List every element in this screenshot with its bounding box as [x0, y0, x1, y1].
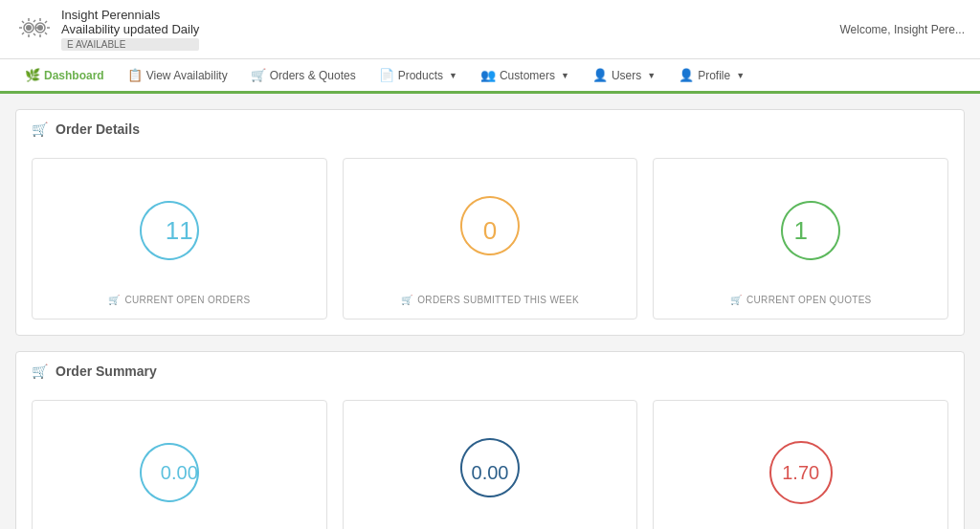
svg-line-12	[45, 33, 47, 34]
nav-item-customers[interactable]: 👥 Customers ▼	[471, 62, 579, 88]
dashboard-icon: 🌿	[25, 68, 40, 82]
nav-item-orders-quotes[interactable]: 🛒 Orders & Quotes	[241, 62, 366, 88]
welcome-text: Welcome, Insight Pere...	[840, 23, 966, 36]
profile-dropdown-arrow: ▼	[736, 71, 745, 80]
nav-item-dashboard[interactable]: 🌿 Dashboard	[15, 62, 114, 88]
nav-label-availability: View Availability	[146, 69, 228, 82]
open-orders-label: 🛒 CURRENT OPEN ORDERS	[108, 295, 250, 305]
stat-total-order-week[interactable]: 0.00 🛒 TOTAL ORDER $ THIS WEEK	[32, 400, 327, 529]
orders-icon: 🛒	[251, 68, 266, 82]
total-month-value: 0.00	[472, 462, 509, 484]
nav: 🌿 Dashboard 📋 View Availability 🛒 Orders…	[0, 59, 980, 94]
nav-label-dashboard: Dashboard	[44, 69, 104, 82]
header: Insight Perennials Availability updated …	[0, 0, 980, 59]
stat-total-order-ytd[interactable]: 1.70 🛒 TOTAL ORDER $ YTD	[653, 400, 948, 529]
nav-label-products: Products	[398, 69, 443, 82]
order-details-stats: 11 🛒 CURRENT OPEN ORDERS 0 🛒	[32, 158, 948, 320]
total-week-shape: 0.00	[126, 420, 232, 525]
total-week-value: 0.00	[161, 462, 198, 484]
order-details-icon: 🛒	[32, 121, 48, 137]
main-content: 🛒 Order Details 11 🛒 CURRENT OPEN ORDERS	[0, 94, 980, 529]
logo-text: Insight Perennials Availability updated …	[61, 8, 199, 51]
stat-current-open-quotes[interactable]: 1 🛒 CURRENT OPEN QUOTES	[653, 158, 948, 320]
open-quotes-shape: 1	[748, 178, 854, 283]
users-icon: 👤	[592, 68, 608, 82]
orders-submitted-shape: 0	[437, 178, 543, 283]
svg-line-11	[45, 21, 47, 23]
profile-icon: 👤	[679, 68, 694, 82]
customers-icon: 👥	[480, 68, 496, 82]
company-name: Insight Perennials	[61, 8, 199, 22]
users-dropdown-arrow: ▼	[647, 71, 656, 80]
svg-line-7	[22, 33, 24, 34]
logo-area: Insight Perennials Availability updated …	[15, 8, 199, 51]
nav-label-customers: Customers	[500, 69, 555, 82]
tagline: Availability updated Daily	[61, 22, 199, 36]
total-month-shape: 0.00	[437, 420, 543, 525]
order-summary-stats: 0.00 🛒 TOTAL ORDER $ THIS WEEK 0.00 🛒	[32, 400, 948, 529]
stat-total-order-month[interactable]: 0.00 🛒 TOTAL ORDER $ THIS MONTH	[343, 400, 638, 529]
stat-current-open-orders[interactable]: 11 🛒 CURRENT OPEN ORDERS	[32, 158, 327, 320]
products-icon: 📄	[379, 68, 394, 82]
open-orders-value: 11	[166, 216, 193, 246]
nav-item-profile[interactable]: 👤 Profile ▼	[669, 62, 754, 88]
svg-line-6	[22, 21, 24, 23]
availability-banner: E AVAILABLE	[61, 38, 199, 51]
svg-line-14	[33, 33, 35, 35]
nav-label-users: Users	[612, 69, 641, 82]
svg-point-16	[37, 25, 43, 31]
nav-label-profile: Profile	[698, 69, 730, 82]
orders-submitted-value: 0	[483, 216, 497, 246]
nav-item-users[interactable]: 👤 Users ▼	[583, 62, 665, 88]
open-quotes-value: 1	[793, 216, 807, 246]
nav-label-orders: Orders & Quotes	[270, 69, 356, 82]
order-summary-icon: 🛒	[32, 364, 48, 379]
order-details-title: 🛒 Order Details	[32, 121, 948, 144]
svg-point-15	[26, 25, 32, 31]
logo-icon	[15, 9, 54, 50]
orders-submitted-label: 🛒 ORDERS SUBMITTED THIS WEEK	[401, 295, 579, 305]
total-ytd-value: 1.70	[782, 462, 819, 484]
availability-icon: 📋	[127, 68, 143, 82]
nav-item-products[interactable]: 📄 Products ▼	[369, 62, 467, 88]
header-left: Insight Perennials Availability updated …	[15, 8, 199, 51]
open-orders-shape: 11	[126, 178, 232, 283]
open-quotes-label: 🛒 CURRENT OPEN QUOTES	[730, 295, 872, 305]
total-ytd-shape: 1.70	[748, 420, 854, 525]
order-summary-title: 🛒 Order Summary	[32, 364, 948, 386]
order-details-section: 🛒 Order Details 11 🛒 CURRENT OPEN ORDERS	[15, 109, 965, 336]
nav-item-view-availability[interactable]: 📋 View Availability	[118, 62, 237, 88]
customers-dropdown-arrow: ▼	[561, 71, 569, 80]
stat-orders-submitted-week[interactable]: 0 🛒 ORDERS SUBMITTED THIS WEEK	[343, 158, 638, 320]
svg-line-13	[33, 20, 35, 22]
products-dropdown-arrow: ▼	[449, 71, 457, 80]
order-summary-section: 🛒 Order Summary 0.00 🛒 TOTAL ORDER $ THI…	[15, 351, 965, 529]
